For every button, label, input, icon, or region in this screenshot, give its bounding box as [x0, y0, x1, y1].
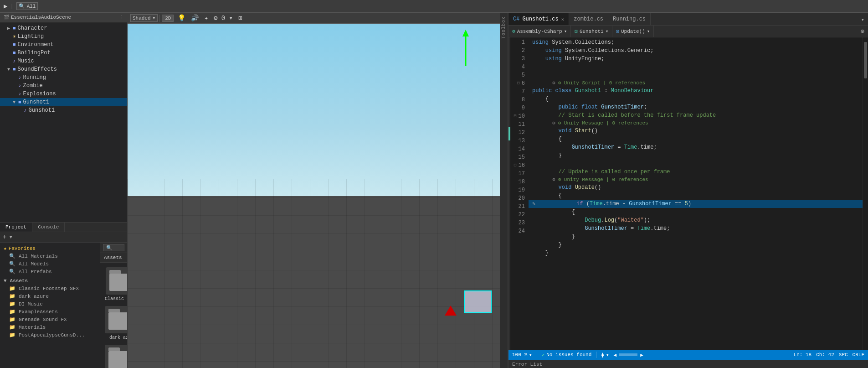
classic-footstep-item[interactable]: 📁 Classic Footstep SFX [0, 285, 100, 292]
hierarchy-item-boilingpot[interactable]: ■ BoilingPot [0, 49, 127, 57]
all-prefabs-item[interactable]: 🔍 All Prefabs [0, 268, 100, 275]
tab-overflow-button[interactable]: ▾ [858, 15, 868, 25]
assembly-dropdown[interactable]: ⚙ Assembly-CSharp ▾ [508, 26, 571, 37]
assets-section[interactable]: ▼ Assets [0, 277, 100, 285]
add-asset-button[interactable]: + [3, 233, 6, 241]
example-assets-item[interactable]: 📁 ExampleAssets [0, 308, 100, 316]
code-line-24: } [529, 249, 863, 257]
di-music-item[interactable]: 📁 DI Music [0, 300, 100, 308]
class-dropdown[interactable]: ⊡ Gunshot1 ▾ [571, 26, 612, 37]
folder-icon: 📁 [9, 332, 15, 338]
hierarchy-item-gunshot1-child[interactable]: ♪ Gunshot1 [0, 106, 127, 114]
hierarchy-item-environment[interactable]: ■ Environment [0, 41, 127, 49]
code-content[interactable]: using System.Collections; using System.C… [529, 37, 863, 350]
favorites-section[interactable]: ★ Favorites [0, 244, 100, 252]
cube-icon: ■ [18, 99, 21, 105]
scene-view[interactable] [128, 24, 500, 368]
line-18: 18 [510, 178, 529, 186]
item-label: All Prefabs [19, 269, 52, 275]
grenade-sound-item[interactable]: 📁 Grenade Sound FX [0, 316, 100, 323]
item-label: Grenade Sound FX [19, 317, 67, 322]
lighting-toggle-icon[interactable]: 💡 [176, 13, 187, 23]
dark-azure-item[interactable]: 📁 dark azure [0, 292, 100, 300]
item-label: Materials [19, 325, 46, 330]
shading-dropdown[interactable]: Shaded ▾ [130, 14, 158, 22]
effects-toggle-icon[interactable]: ✦ [202, 13, 210, 23]
tab-zombie[interactable]: zombie.cs [569, 13, 608, 25]
hierarchy-item-zombie[interactable]: ♪ Zombie [0, 82, 127, 90]
all-materials-item[interactable]: 🔍 All Materials [0, 252, 100, 260]
tab-gunshot1[interactable]: C# Gunshot1.cs ✕ [508, 13, 569, 25]
hierarchy-item-soundeffects[interactable]: ▼ ■ SoundEffects [0, 65, 127, 73]
code-line-9: // Start is called before the first fram… [529, 111, 863, 119]
asset-di-music[interactable]: DI Music [105, 345, 127, 368]
item-label: ExampleAssets [19, 309, 58, 315]
hierarchy-item-running[interactable]: ♪ Running [0, 73, 127, 82]
tab-label: zombie.cs [574, 16, 603, 22]
line-7: 7 [510, 88, 529, 96]
hierarchy-item-character[interactable]: ▶ ■ Character [0, 24, 127, 32]
eol-label: CRLF [853, 352, 864, 358]
line-13: 13 [510, 137, 529, 145]
code-line-22: } [529, 233, 863, 241]
item-label: Zombie [23, 83, 43, 89]
nav-scrollbar[interactable] [619, 353, 637, 356]
search-dropdown[interactable]: 🔍 All [16, 2, 38, 10]
line-14: 14 [510, 145, 529, 153]
hierarchy-options[interactable]: ⋮ [119, 15, 123, 20]
hierarchy-item-music[interactable]: ♪ Music [0, 57, 127, 65]
hierarchy-item-lighting[interactable]: ☀ Lighting [0, 32, 127, 41]
arrow-icon: ▼ [13, 100, 18, 105]
materials-item[interactable]: 📁 Materials [0, 323, 100, 331]
tab-project[interactable]: Project [0, 223, 32, 232]
folder-icon: ▼ [4, 278, 7, 284]
hierarchy-item-gunshot1[interactable]: ▼ ■ Gunshot1 [0, 98, 127, 106]
asset-classic-foo[interactable]: Classic Foo... [105, 267, 127, 301]
arrow-icon: ▼ [7, 67, 13, 72]
star-icon: ★ [4, 245, 7, 251]
tab-running[interactable]: Running.cs [608, 13, 651, 25]
zoom-level[interactable]: 100 % ▾ [512, 352, 532, 358]
line-16: ⊟16 [510, 161, 529, 170]
2d-button[interactable]: 2D [162, 15, 174, 22]
method-dropdown[interactable]: ⊡ Update() ▾ [612, 26, 654, 37]
class-label: Gunshot1 [580, 29, 604, 34]
folder-classic-foo [106, 267, 127, 295]
postapocalypse-item[interactable]: 📁 PostApocalypseGunsD... [0, 331, 100, 339]
editor-status-bar: 100 % ▾ ✔ No issues found ⧫ ▾ ◀ ▶ [508, 350, 868, 360]
tab-console[interactable]: Console [32, 223, 65, 232]
line-20: 20 [510, 194, 529, 202]
all-models-item[interactable]: 🔍 All Models [0, 260, 100, 268]
light-icon: ☀ [13, 34, 16, 40]
asset-dark-azure[interactable]: dark azure [105, 306, 127, 340]
line-10: ⊟10 [510, 112, 529, 120]
hierarchy-tree: ▶ ■ Character ☀ Lighting ■ Environment [0, 22, 127, 222]
nav-prev-icon[interactable]: ◀ [614, 352, 617, 358]
scene-icon: 🎬 [4, 15, 9, 20]
assembly-icon: ⚙ [512, 28, 515, 34]
zoom-label: 100 % [512, 352, 527, 358]
gear-icon: ⚙ [552, 176, 555, 183]
dropdown-btn[interactable]: ▼ [9, 234, 12, 240]
folder-icon: 📁 [9, 316, 15, 322]
nav-next-icon[interactable]: ▶ [640, 352, 643, 358]
hierarchy-item-explosions[interactable]: ♪ Explosions [0, 90, 127, 98]
editor-add-button[interactable]: ⊕ [857, 26, 868, 36]
item-label: Music [18, 58, 34, 64]
editor-toolbar-dropdowns: ⚙ Assembly-CSharp ▾ ⊡ Gunshot1 ▾ ⊡ Updat… [508, 26, 868, 37]
toolbar-separator: | [10, 3, 13, 10]
code-scrollbar[interactable] [863, 37, 868, 350]
zoom-dropdown-icon[interactable]: ▾ [529, 352, 532, 358]
audio-toggle-icon[interactable]: 🔊 [189, 13, 200, 23]
search-input[interactable] [103, 244, 124, 251]
filter-icon-group[interactable]: ⧫ ▾ [601, 352, 609, 358]
scroll-thumb[interactable] [864, 42, 867, 78]
unity-logo[interactable]: ▶ [4, 2, 7, 10]
folder-icon: 📁 [9, 309, 15, 315]
center-panel: Shaded ▾ 2D 💡 🔊 ✦ ⚙ 0 ▾ ⊞ [128, 13, 500, 368]
filter-dropdown[interactable]: ▾ [606, 352, 609, 358]
close-tab-btn[interactable]: ✕ [561, 16, 565, 22]
code-line-8: public float Gunshot1Timer; [529, 103, 863, 111]
gizmos-dropdown[interactable]: ⚙ 0 ▾ [212, 13, 235, 23]
grid-icon[interactable]: ⊞ [236, 13, 244, 23]
